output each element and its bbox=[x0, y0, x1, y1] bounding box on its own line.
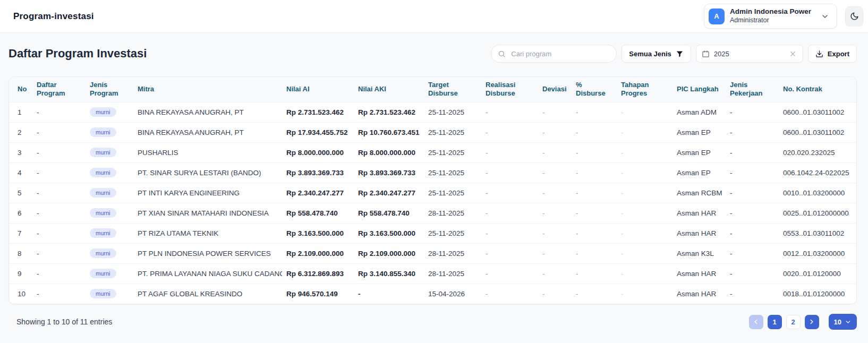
export-button[interactable]: Export bbox=[808, 45, 857, 63]
cell-jenis-program: murni bbox=[86, 142, 133, 162]
cell-nilai-ai: Rp 946.570.149 bbox=[282, 284, 354, 304]
page-size-value: 10 bbox=[834, 318, 841, 326]
export-label: Export bbox=[828, 50, 849, 58]
cell-daftar-program: - bbox=[32, 122, 86, 142]
cell-realisasi-disburse: - bbox=[481, 203, 538, 223]
year-value: 2025 bbox=[714, 50, 729, 58]
col-daftar-program: Daftar Program bbox=[32, 77, 86, 102]
cell-realisasi-disburse: - bbox=[481, 183, 538, 203]
cell-target-disburse: 15-04-2026 bbox=[424, 284, 481, 304]
cell-daftar-program: - bbox=[32, 263, 86, 284]
cell-daftar-program: - bbox=[32, 223, 86, 243]
cell-realisasi-disburse: - bbox=[481, 102, 538, 122]
cell-jenis-pekerjaan: - bbox=[726, 203, 779, 223]
cell-jenis-program: murni bbox=[86, 284, 133, 304]
cell-pic-langkah: Asman HAR bbox=[673, 203, 726, 223]
download-icon bbox=[815, 50, 823, 58]
cell-nilai-aki: Rp 558.478.740 bbox=[354, 203, 424, 223]
cell-nilai-aki: Rp 2.109.000.000 bbox=[354, 243, 424, 263]
user-role: Administrator bbox=[730, 16, 811, 25]
cell-nilai-ai: Rp 17.934.455.752 bbox=[282, 122, 354, 142]
cell-realisasi-disburse: - bbox=[481, 223, 538, 243]
year-picker[interactable]: 2025 bbox=[696, 45, 803, 63]
avatar: A bbox=[709, 8, 725, 24]
cell-pct-disburse: - bbox=[572, 203, 617, 223]
cell-mitra: PT INTI KARYA ENGINEERING bbox=[133, 183, 282, 203]
app-title: Program-investasi bbox=[13, 11, 94, 22]
cell-pic-langkah: Asman HAR bbox=[673, 263, 726, 284]
theme-toggle-button[interactable] bbox=[845, 6, 863, 27]
col-realisasi-disburse: Realisasi Disburse bbox=[481, 77, 538, 102]
cell-mitra: PT PLN INDONESIA POWER SERVICES bbox=[133, 243, 282, 263]
cell-tahapan-progres: - bbox=[617, 162, 673, 183]
main-content: Daftar Program Investasi Semua Jenis 202… bbox=[0, 33, 868, 330]
cell-jenis-program: murni bbox=[86, 162, 133, 183]
type-filter-button[interactable]: Semua Jenis bbox=[622, 45, 691, 63]
jenis-program-badge: murni bbox=[90, 107, 116, 117]
cell-realisasi-disburse: - bbox=[481, 122, 538, 142]
page-1-button[interactable]: 1 bbox=[768, 315, 782, 329]
cell-jenis-pekerjaan: - bbox=[726, 243, 779, 263]
cell-jenis-program: murni bbox=[86, 183, 133, 203]
cell-tahapan-progres: - bbox=[617, 263, 673, 284]
cell-no-kontrak: 006.1042.24-022025 bbox=[779, 162, 856, 183]
cell-nilai-aki: Rp 2.340.247.277 bbox=[354, 183, 424, 203]
cell-jenis-program: murni bbox=[86, 102, 133, 122]
cell-target-disburse: 25-11-2025 bbox=[424, 162, 481, 183]
cell-realisasi-disburse: - bbox=[481, 263, 538, 284]
page-2-button[interactable]: 2 bbox=[786, 315, 801, 329]
cell-no: 7 bbox=[9, 223, 32, 243]
cell-tahapan-progres: - bbox=[617, 102, 673, 122]
cell-deviasi: - bbox=[538, 243, 572, 263]
cell-mitra: PT XIAN SINAR MATAHARI INDONESIA bbox=[133, 203, 282, 223]
cell-tahapan-progres: - bbox=[617, 203, 673, 223]
cell-nilai-ai: Rp 2.731.523.462 bbox=[282, 102, 354, 122]
col-nilai-aki: Nilai AKI bbox=[354, 77, 424, 102]
jenis-program-badge: murni bbox=[90, 127, 116, 137]
cell-nilai-ai: Rp 2.109.000.000 bbox=[282, 243, 354, 263]
cell-nilai-ai: Rp 3.163.500.000 bbox=[282, 223, 354, 243]
cell-realisasi-disburse: - bbox=[481, 162, 538, 183]
moon-icon bbox=[850, 12, 859, 21]
col-no: No bbox=[9, 77, 32, 102]
table-header-row: No Daftar Program Jenis Program Mitra Ni… bbox=[9, 77, 856, 102]
jenis-program-badge: murni bbox=[90, 289, 116, 298]
cell-jenis-program: murni bbox=[86, 263, 133, 284]
cell-pic-langkah: Asman EP bbox=[673, 122, 726, 142]
cell-jenis-program: murni bbox=[86, 243, 133, 263]
cell-daftar-program: - bbox=[32, 183, 86, 203]
cell-pic-langkah: Asman K3L bbox=[673, 243, 726, 263]
cell-deviasi: - bbox=[538, 102, 572, 122]
cell-pct-disburse: - bbox=[572, 162, 617, 183]
cell-mitra: PT. SINAR SURYA LESTARI (BANDO) bbox=[133, 162, 282, 183]
toolbar: Daftar Program Investasi Semua Jenis 202… bbox=[8, 45, 857, 63]
year-clear-button[interactable] bbox=[788, 49, 797, 58]
previous-page-button[interactable] bbox=[749, 315, 763, 329]
page-size-dropdown[interactable]: 10 bbox=[829, 314, 857, 330]
cell-no-kontrak: 0553..01.03011002 bbox=[779, 223, 856, 243]
table-row: 5 - murni PT INTI KARYA ENGINEERING Rp 2… bbox=[9, 183, 856, 203]
cell-jenis-pekerjaan: - bbox=[726, 122, 779, 142]
search-box bbox=[491, 45, 617, 63]
filter-funnel-icon bbox=[676, 50, 684, 58]
jenis-program-badge: murni bbox=[90, 269, 116, 278]
next-page-button[interactable] bbox=[805, 315, 819, 329]
cell-pic-langkah: Asman EP bbox=[673, 142, 726, 162]
table-row: 10 - murni PT AGAF GLOBAL KREASINDO Rp 9… bbox=[9, 284, 856, 304]
cell-deviasi: - bbox=[538, 263, 572, 284]
cell-pic-langkah: Asman HAR bbox=[673, 284, 726, 304]
chevron-down-icon bbox=[821, 12, 829, 21]
type-filter-label: Semua Jenis bbox=[629, 50, 671, 58]
close-icon bbox=[789, 50, 796, 57]
cell-no: 6 bbox=[9, 203, 32, 223]
user-name: Admin Indonesia Power bbox=[730, 7, 811, 16]
cell-nilai-ai: Rp 3.893.369.733 bbox=[282, 162, 354, 183]
cell-realisasi-disburse: - bbox=[481, 243, 538, 263]
user-menu-button[interactable]: A Admin Indonesia Power Administrator bbox=[704, 4, 837, 29]
jenis-program-badge: murni bbox=[90, 208, 116, 218]
cell-nilai-aki: Rp 3.163.500.000 bbox=[354, 223, 424, 243]
cell-jenis-pekerjaan: - bbox=[726, 263, 779, 284]
cell-pct-disburse: - bbox=[572, 284, 617, 304]
search-input[interactable] bbox=[510, 49, 610, 58]
cell-deviasi: - bbox=[538, 162, 572, 183]
